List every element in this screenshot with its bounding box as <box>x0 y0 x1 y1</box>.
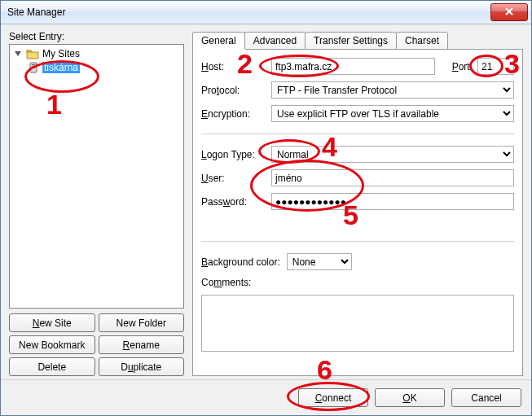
btn-text: plicate <box>134 361 162 373</box>
port-label: Port: <box>440 61 473 72</box>
delete-button[interactable]: Delete <box>9 357 95 376</box>
tab-transfer-settings[interactable]: Transfer Settings <box>305 32 397 50</box>
tab-general-body: Host: Port: Protocol: FTP - File Transfe… <box>192 49 523 376</box>
window-body: Select Entry: My Sites <box>1 24 531 415</box>
user-input[interactable] <box>271 169 514 186</box>
bottom-bar: Connect OK Cancel <box>1 379 531 415</box>
logon-type-select[interactable]: Normal <box>271 146 514 163</box>
server-icon <box>28 62 39 73</box>
tree-expander-icon[interactable] <box>13 49 23 59</box>
tab-charset[interactable]: Charset <box>396 32 448 50</box>
separator-2 <box>201 241 514 242</box>
main-area: Select Entry: My Sites <box>1 24 531 379</box>
close-icon <box>505 7 513 18</box>
tab-advanced[interactable]: Advanced <box>244 32 306 50</box>
logon-type-label: Logon Type: <box>201 149 266 160</box>
tab-general[interactable]: General <box>192 32 245 50</box>
host-label: Host: <box>201 61 266 72</box>
encryption-select[interactable]: Use explicit FTP over TLS if available <box>271 105 514 122</box>
btn-text: ename <box>130 339 160 351</box>
titlebar: Site Manager <box>1 1 531 24</box>
connect-button[interactable]: Connect <box>298 388 368 407</box>
ok-button[interactable]: OK <box>375 388 445 407</box>
tree-item-tiskarna[interactable]: tiskárna <box>11 60 182 74</box>
svg-rect-1 <box>32 64 35 65</box>
comments-label: Comments: <box>201 277 514 288</box>
bgcolor-select[interactable]: None <box>287 253 352 270</box>
tree-root-my-sites[interactable]: My Sites <box>11 46 182 60</box>
new-site-button[interactable]: New Site <box>9 313 95 332</box>
window-title: Site Manager <box>7 7 490 18</box>
comments-textarea[interactable] <box>201 295 514 352</box>
entry-tree[interactable]: My Sites tiskárna <box>9 44 184 309</box>
window-close-button[interactable] <box>490 3 528 21</box>
btn-text: onnect <box>322 392 351 404</box>
host-input[interactable] <box>271 58 435 75</box>
tree-item-label: tiskárna <box>42 62 80 73</box>
btn-text: ew Site <box>39 317 71 329</box>
cancel-button[interactable]: Cancel <box>451 388 521 407</box>
tree-root-label: My Sites <box>42 48 80 59</box>
protocol-label: Protocol: <box>201 85 266 96</box>
encryption-label: Encryption: <box>201 108 266 120</box>
user-label: User: <box>201 173 266 184</box>
bgcolor-label: Background color: <box>201 256 280 268</box>
site-manager-window: Site Manager Select Entry: <box>0 0 532 416</box>
folder-icon <box>26 48 39 59</box>
port-input[interactable] <box>477 58 514 75</box>
right-pane: General Advanced Transfer Settings Chars… <box>192 31 523 376</box>
protocol-select[interactable]: FTP - File Transfer Protocol <box>271 81 514 99</box>
btn-text: K <box>411 392 417 404</box>
left-button-grid: New Site New Folder New Bookmark Rename … <box>9 313 184 376</box>
password-label: Password: <box>201 196 266 208</box>
tab-strip: General Advanced Transfer Settings Chars… <box>192 32 523 50</box>
separator-1 <box>201 134 514 134</box>
duplicate-button[interactable]: Duplicate <box>99 357 185 376</box>
bgcolor-row: Background color: None <box>201 253 514 270</box>
new-bookmark-button[interactable]: New Bookmark <box>9 335 95 354</box>
new-folder-button[interactable]: New Folder <box>99 313 185 332</box>
left-pane: Select Entry: My Sites <box>9 31 184 376</box>
svg-rect-2 <box>32 66 35 67</box>
rename-button[interactable]: Rename <box>99 335 185 354</box>
svg-rect-3 <box>32 68 35 68</box>
select-entry-label: Select Entry: <box>9 31 184 42</box>
password-input[interactable] <box>271 193 514 210</box>
